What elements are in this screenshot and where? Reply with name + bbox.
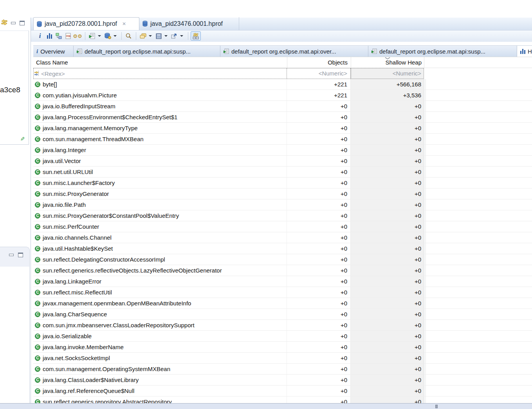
table-row[interactable]: C javax.management.openmbean.OpenMBeanAt…: [33, 298, 532, 309]
status-bar-grip[interactable]: [435, 405, 438, 408]
close-icon[interactable]: ✕: [122, 21, 126, 27]
class-icon: C: [35, 224, 40, 230]
objects-delta-cell: +0: [287, 276, 351, 287]
calculate-retained-size-icon[interactable]: [154, 32, 163, 40]
row-empty-space: [426, 199, 532, 210]
table-row[interactable]: C com.sun.management.ThreadMXBean +0 +0: [33, 134, 532, 145]
table-row[interactable]: C sun.misc.PerfCounter +0 +0: [33, 221, 532, 232]
table-row[interactable]: C byte[] +221 +566,168: [33, 79, 532, 90]
table-row[interactable]: C java.lang.ProcessEnvironment$CheckedEn…: [33, 112, 532, 123]
table-row[interactable]: C com.yutian.jvisualvm.Picture +221 +3,5…: [33, 90, 532, 101]
info-icon[interactable]: i: [36, 32, 44, 40]
export-icon[interactable]: [170, 32, 179, 40]
table-row[interactable]: C java.nio.file.Path +0 +0: [33, 199, 532, 210]
shallow-heap-delta-cell: +0: [351, 156, 424, 166]
row-empty-space: [426, 375, 532, 385]
class-name-cell: C sun.reflect.DelegatingConstructorAcces…: [33, 254, 287, 265]
maximize-button[interactable]: [20, 21, 25, 25]
table-row[interactable]: C java.lang.CharSequence +0 +0: [33, 309, 532, 320]
filter-class-name-cell[interactable]: <Regex>: [33, 68, 287, 79]
dropdown-arrow-icon[interactable]: [149, 35, 152, 37]
open-oql-editor-icon[interactable]: OQL: [64, 32, 72, 40]
table-row[interactable]: C java.nio.channels.Channel +0 +0: [33, 232, 532, 243]
filter-objects-cell[interactable]: <Numeric>: [287, 68, 351, 79]
table-row[interactable]: C sun.misc.Launcher$Factory +0 +0: [33, 178, 532, 188]
class-name-text: byte[]: [43, 81, 57, 88]
maximize-button[interactable]: [18, 253, 23, 257]
table-row[interactable]: C java.lang.Integer +0 +0: [33, 145, 532, 156]
shallow-heap-delta-cell: +0: [351, 134, 424, 144]
class-name-text: java.lang.LinkageError: [43, 278, 101, 285]
table-row[interactable]: C sun.reflect.generics.repository.Abstra…: [33, 396, 532, 403]
table-row[interactable]: C sun.reflect.misc.ReflectUtil +0 +0: [33, 287, 532, 298]
table-row[interactable]: C java.lang.management.MemoryType +0 +0: [33, 123, 532, 134]
run-expert-test-icon[interactable]: [88, 32, 96, 40]
class-name-cell: C java.lang.ref.ReferenceQueue$Null: [33, 386, 287, 396]
table-row[interactable]: C java.net.SocksSocketImpl +0 +0: [33, 353, 532, 364]
row-empty-space: [426, 156, 532, 166]
tab-default-report-suspects-2[interactable]: default_report org.eclipse.mat.api:susp.…: [368, 46, 517, 57]
row-empty-space: [426, 276, 532, 287]
link-with-editor-icon[interactable]: [1, 19, 8, 25]
table-row[interactable]: C sun.misc.ProxyGenerator +0 +0: [33, 188, 532, 199]
class-icon: C: [35, 147, 40, 153]
class-name-cell: C sun.reflect.generics.reflectiveObjects…: [33, 265, 287, 276]
search-icon[interactable]: [124, 32, 133, 40]
editor-tab-hprof-2[interactable]: java_pid23476.0001.hprof: [139, 17, 239, 30]
minimize-button[interactable]: [9, 254, 14, 256]
objects-delta-cell: +0: [287, 188, 351, 199]
table-row[interactable]: C sun.net.util.URLUtil +0 +0: [33, 167, 532, 178]
table-row[interactable]: C java.util.Hashtable$KeySet +0 +0: [33, 243, 532, 254]
editor-toolbar: i OQL ⚙⚙: [31, 30, 532, 42]
group-result-by-icon[interactable]: [139, 32, 147, 40]
column-header-objects[interactable]: Objects: [287, 57, 351, 68]
objects-delta-cell: +221: [287, 90, 351, 100]
tab-histogram[interactable]: H: [517, 46, 532, 57]
dropdown-arrow-icon[interactable]: [98, 35, 101, 37]
row-empty-space: [426, 364, 532, 374]
table-row[interactable]: C java.lang.ClassLoader$NativeLibrary +0…: [33, 375, 532, 386]
pencil-icon[interactable]: ✎: [19, 136, 25, 141]
open-query-browser-icon[interactable]: [103, 32, 112, 40]
dropdown-arrow-icon[interactable]: [164, 35, 168, 37]
table-row[interactable]: C sun.reflect.generics.reflectiveObjects…: [33, 265, 532, 276]
tab-overview[interactable]: i Overview: [33, 46, 74, 57]
compare-to-another-heap-dump-icon[interactable]: [191, 31, 201, 41]
class-name-cell: C sun.net.util.URLUtil: [33, 167, 287, 177]
create-histogram-icon[interactable]: [45, 32, 54, 40]
tab-default-report-overview[interactable]: default_report org.eclipse.mat.api:over.…: [220, 46, 368, 57]
class-name-cell: C sun.misc.PerfCounter: [33, 221, 287, 232]
objects-delta-cell: +0: [287, 199, 351, 210]
column-header-class-name[interactable]: Class Name: [33, 57, 287, 68]
table-row[interactable]: C com.sun.management.OperatingSystemMXBe…: [33, 364, 532, 375]
row-empty-space: [426, 309, 532, 319]
thread-overview-icon[interactable]: ⚙⚙: [73, 32, 82, 40]
table-row[interactable]: C java.util.Vector +0 +0: [33, 156, 532, 167]
table-row[interactable]: C java.lang.ref.ReferenceQueue$Null +0 +…: [33, 386, 532, 396]
table-row[interactable]: C java.io.Serializable +0 +0: [33, 331, 532, 342]
minimize-button[interactable]: [11, 22, 16, 24]
dropdown-arrow-icon[interactable]: [114, 35, 117, 37]
class-name-cell: C java.util.Vector: [33, 156, 287, 166]
row-empty-space: [426, 342, 532, 352]
dominator-tree-icon[interactable]: [54, 32, 63, 40]
column-header-shallow-heap[interactable]: Shallow Heap: [351, 57, 424, 68]
class-name-cell: C java.nio.channels.Channel: [33, 232, 287, 243]
class-icon: C: [35, 213, 40, 219]
filter-shallow-heap-cell[interactable]: <Numeric>: [351, 68, 424, 79]
dropdown-arrow-icon[interactable]: [180, 35, 183, 37]
tab-default-report-suspects-1[interactable]: default_report org.eclipse.mat.api:susp.…: [74, 46, 220, 57]
shallow-heap-delta-cell: +0: [351, 221, 424, 232]
shallow-heap-delta-cell: +0: [351, 123, 424, 133]
row-empty-space: [426, 145, 532, 155]
table-row[interactable]: C sun.reflect.DelegatingConstructorAcces…: [33, 254, 532, 265]
table-row[interactable]: C java.lang.LinkageError +0 +0: [33, 276, 532, 287]
editor-tab-hprof-1[interactable]: java_pid20728.0001.hprof ✕: [33, 17, 139, 30]
table-row[interactable]: C java.lang.invoke.MemberName +0 +0: [33, 342, 532, 353]
class-name-text: com.sun.management.ThreadMXBean: [43, 136, 144, 142]
objects-delta-cell: +0: [287, 167, 351, 177]
class-icon: C: [35, 344, 40, 350]
table-row[interactable]: C com.sun.jmx.mbeanserver.ClassLoaderRep…: [33, 320, 532, 331]
table-row[interactable]: C sun.misc.ProxyGenerator$ConstantPool$V…: [33, 210, 532, 221]
table-row[interactable]: C java.io.BufferedInputStream +0 +0: [33, 101, 532, 112]
